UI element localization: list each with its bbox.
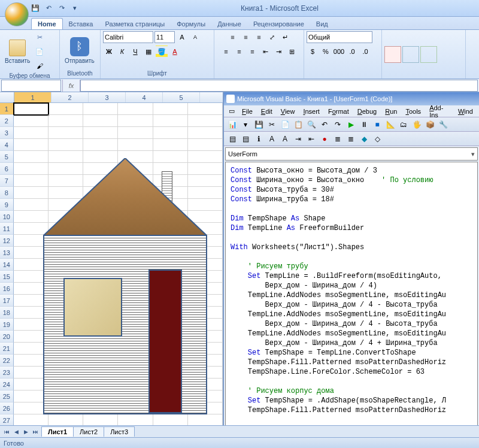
- cell[interactable]: [83, 307, 118, 319]
- cell[interactable]: [118, 175, 153, 187]
- object-browser-icon[interactable]: 📦: [424, 119, 436, 131]
- cell[interactable]: [153, 343, 188, 355]
- cell[interactable]: [14, 355, 48, 367]
- cell[interactable]: [188, 343, 223, 355]
- cell[interactable]: [153, 379, 188, 391]
- align-right-icon[interactable]: ≡: [247, 46, 259, 57]
- align-left-icon[interactable]: ≡: [220, 46, 232, 57]
- cell[interactable]: [14, 103, 48, 115]
- cell[interactable]: [118, 211, 153, 223]
- cell[interactable]: [118, 379, 153, 391]
- row-header[interactable]: 7: [0, 175, 14, 187]
- find-icon[interactable]: 🔍: [305, 119, 317, 131]
- cell[interactable]: [48, 211, 83, 223]
- formula-input[interactable]: [80, 80, 478, 92]
- cell[interactable]: [188, 391, 223, 402]
- col-header[interactable]: 2: [51, 92, 89, 102]
- cell[interactable]: [153, 259, 188, 271]
- select-all-corner[interactable]: [0, 92, 14, 102]
- cell[interactable]: [48, 139, 83, 151]
- cell[interactable]: [153, 211, 188, 223]
- cell[interactable]: [48, 103, 83, 115]
- row-header[interactable]: 24: [0, 379, 14, 391]
- office-button[interactable]: [5, 2, 29, 26]
- cell[interactable]: [83, 223, 118, 235]
- row-header[interactable]: 9: [0, 199, 14, 211]
- prev-sheet-icon[interactable]: ◀: [12, 427, 20, 437]
- cell[interactable]: [118, 235, 153, 247]
- cell[interactable]: [48, 414, 83, 426]
- cell[interactable]: [83, 259, 118, 271]
- col-header[interactable]: 1: [14, 92, 51, 102]
- next-sheet-icon[interactable]: ▶: [22, 427, 30, 437]
- cell[interactable]: [48, 127, 83, 139]
- cell[interactable]: [48, 331, 83, 343]
- cell[interactable]: [83, 331, 118, 343]
- tab-view[interactable]: Вид: [310, 19, 334, 29]
- border-icon[interactable]: ▦: [143, 46, 154, 57]
- cell[interactable]: [83, 355, 118, 367]
- align-middle-icon[interactable]: ≡: [240, 31, 252, 43]
- cell[interactable]: [48, 163, 83, 175]
- uncomment-block-icon[interactable]: ≣: [345, 133, 357, 145]
- cell[interactable]: [118, 187, 153, 199]
- col-header[interactable]: 5: [163, 92, 200, 102]
- currency-icon[interactable]: $: [307, 46, 319, 57]
- paste-icon[interactable]: 📋: [292, 119, 304, 131]
- row-header[interactable]: 13: [0, 247, 14, 259]
- row-header[interactable]: 14: [0, 259, 14, 271]
- shrink-font-icon[interactable]: A: [189, 31, 201, 43]
- cell[interactable]: [83, 187, 118, 199]
- row-header[interactable]: 3: [0, 127, 14, 139]
- cell[interactable]: [83, 199, 118, 211]
- increase-decimal-icon[interactable]: .0: [346, 46, 358, 57]
- indent-left-icon[interactable]: ⇤: [260, 46, 272, 57]
- cell[interactable]: [118, 259, 153, 271]
- cell[interactable]: [118, 127, 153, 139]
- row-header[interactable]: 5: [0, 151, 14, 163]
- cell[interactable]: [48, 283, 83, 295]
- cell[interactable]: [118, 414, 153, 426]
- breakpoint-icon[interactable]: ●: [319, 133, 331, 145]
- row-header[interactable]: 27: [0, 414, 14, 426]
- cell[interactable]: [153, 271, 188, 283]
- cell[interactable]: [83, 247, 118, 259]
- indent-right-icon[interactable]: ⇥: [273, 46, 285, 57]
- cell[interactable]: [188, 151, 223, 163]
- cell[interactable]: [14, 199, 48, 211]
- cell[interactable]: [153, 414, 188, 426]
- cell[interactable]: [188, 414, 223, 426]
- vbe-menu-edit[interactable]: Edit: [257, 108, 276, 115]
- row-header[interactable]: 1: [0, 103, 14, 115]
- cell[interactable]: [188, 175, 223, 187]
- grid-body[interactable]: 1234567891011121314151617181920212223242…: [0, 103, 223, 438]
- cell[interactable]: [83, 139, 118, 151]
- cell[interactable]: [153, 127, 188, 139]
- cell[interactable]: [188, 223, 223, 235]
- cut-icon[interactable]: ✂: [34, 31, 46, 43]
- cell[interactable]: [188, 402, 223, 414]
- row-header[interactable]: 18: [0, 307, 14, 319]
- cell[interactable]: [188, 355, 223, 367]
- code-editor[interactable]: Const Высота_окно = Высота_дом / 3 Const…: [225, 162, 478, 438]
- conditional-format-icon[interactable]: [384, 46, 401, 63]
- cell[interactable]: [83, 127, 118, 139]
- cell[interactable]: [118, 343, 153, 355]
- cell[interactable]: [188, 319, 223, 331]
- sheet-tab[interactable]: Лист2: [73, 426, 104, 437]
- cell[interactable]: [153, 151, 188, 163]
- vbe-menu-addins[interactable]: Add-Ins: [426, 104, 453, 119]
- cell[interactable]: [118, 355, 153, 367]
- orientation-icon[interactable]: ⤢: [266, 31, 278, 43]
- vbe-system-icon[interactable]: ▭: [226, 105, 237, 117]
- copy-icon[interactable]: 📄: [279, 119, 291, 131]
- tab-data[interactable]: Данные: [211, 19, 247, 29]
- font-size-select[interactable]: [154, 31, 175, 43]
- cell[interactable]: [83, 175, 118, 187]
- cell[interactable]: [153, 103, 188, 115]
- cell[interactable]: [83, 235, 118, 247]
- row-header[interactable]: 22: [0, 355, 14, 367]
- insert-module-icon[interactable]: ▾: [240, 119, 251, 131]
- list-constants-icon[interactable]: ▤: [240, 133, 251, 145]
- cell[interactable]: [14, 115, 48, 127]
